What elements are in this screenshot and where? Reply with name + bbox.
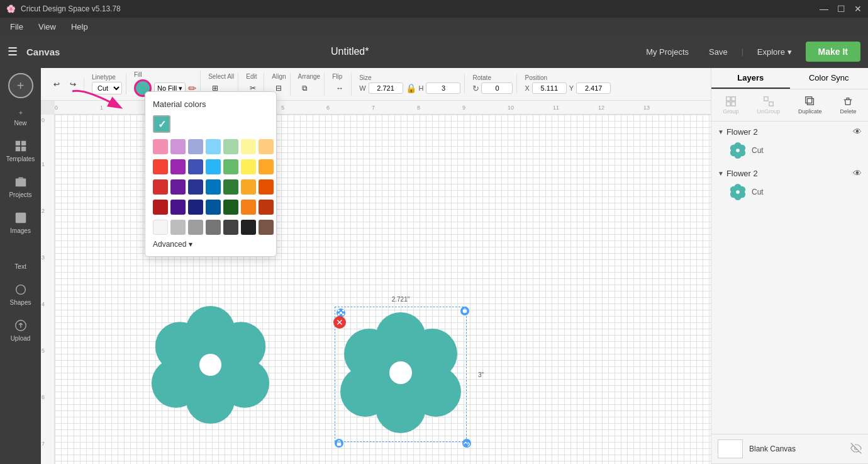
color-blue-darkest[interactable] (206, 200, 221, 215)
width-input[interactable]: 2.721 (369, 82, 403, 94)
make-it-btn[interactable]: Make It (806, 42, 860, 62)
menu-view[interactable]: View (36, 21, 58, 33)
x-input[interactable]: 5.111 (532, 82, 567, 94)
y-label: Y (569, 84, 574, 92)
undo-btn[interactable]: ↩ (50, 77, 64, 91)
blank-canvas-label: Blank Canvas (749, 444, 844, 453)
color-green-darkest[interactable] (223, 200, 238, 215)
lock-icon[interactable]: 🔒 (406, 83, 416, 93)
color-orange-dark[interactable] (259, 179, 274, 195)
sidebar-item-images[interactable]: Images (3, 206, 38, 239)
color-blue-light[interactable] (206, 139, 221, 154)
y-input[interactable]: 2.417 (576, 82, 611, 94)
menu-file[interactable]: File (8, 21, 26, 33)
my-projects-btn[interactable]: My Projects (640, 43, 695, 60)
width-label: W (359, 84, 365, 92)
rotate-input[interactable]: 0 (481, 82, 513, 94)
flower-2[interactable] (338, 310, 464, 438)
explore-btn[interactable]: Explore ▾ (751, 43, 798, 60)
selected-color-row: ✓ (153, 115, 269, 133)
layer-item-1[interactable]: Cut (714, 139, 865, 162)
sidebar-item-projects[interactable]: Projects (3, 170, 38, 203)
ruler-vmark-1: 1 (42, 161, 45, 167)
minimize-btn[interactable]: — (820, 4, 828, 14)
svg-rect-32 (807, 99, 813, 105)
visibility-toggle-1[interactable]: 👁 (853, 127, 862, 137)
advanced-row[interactable]: Advanced ▾ (153, 240, 269, 249)
svg-point-24 (389, 361, 412, 384)
save-btn[interactable]: Save (703, 43, 734, 60)
sidebar-item-text[interactable]: Text (3, 242, 38, 275)
layer-group-2-header[interactable]: ▼ Flower 2 👁 (714, 166, 865, 181)
new-icon: ＋ (18, 108, 24, 117)
tab-layers[interactable]: Layers (711, 68, 790, 89)
color-red-dark[interactable] (153, 179, 168, 195)
group-btn[interactable]: Group (719, 93, 742, 117)
color-gray-dark[interactable] (223, 220, 238, 235)
color-yellow-light[interactable] (241, 139, 256, 154)
sidebar-item-templates[interactable]: Templates (3, 134, 38, 167)
color-purple-darkest[interactable] (170, 200, 186, 215)
color-purple-dark[interactable] (170, 179, 186, 195)
flip-btn[interactable]: ↔ (332, 81, 347, 95)
color-deep-orange-dark[interactable] (259, 200, 274, 215)
left-sidebar: + ＋ New Templates Projects Images Text S… (0, 68, 41, 464)
color-indigo-darkest[interactable] (188, 200, 203, 215)
position-label: Position (525, 74, 547, 81)
color-purple-light[interactable] (170, 139, 186, 154)
tab-color-sync[interactable]: Color Sync (790, 68, 869, 89)
handle-resize[interactable] (462, 439, 471, 448)
linetype-group: Linetype Cut (88, 74, 126, 94)
close-btn[interactable]: ✕ (854, 4, 862, 14)
sidebar-item-upload[interactable]: Upload (3, 314, 38, 347)
linetype-select[interactable]: Cut (92, 82, 122, 94)
handle-rotate[interactable] (460, 307, 469, 315)
menu-help[interactable]: Help (69, 21, 91, 33)
text-icon (14, 247, 28, 261)
delete-selection-btn[interactable]: ✕ (333, 316, 346, 329)
delete-btn[interactable]: Delete (836, 93, 860, 117)
arrange-btn[interactable]: ⧉ (298, 81, 311, 95)
selected-color-swatch[interactable]: ✓ (153, 115, 170, 133)
color-amber-dark[interactable] (241, 200, 256, 215)
ruler-mark-6: 6 (326, 105, 330, 111)
visibility-toggle-2[interactable]: 👁 (853, 168, 862, 178)
layer-item-2[interactable]: Cut (714, 181, 865, 203)
color-green-dark[interactable] (223, 179, 238, 195)
sidebar-item-new[interactable]: ＋ New (3, 103, 38, 132)
color-gray-medium[interactable] (206, 220, 221, 235)
color-orange-light[interactable] (259, 139, 274, 154)
handle-lock[interactable] (335, 439, 343, 448)
color-red-darkest[interactable] (153, 200, 168, 215)
sidebar-item-shapes[interactable]: Shapes (3, 278, 38, 311)
color-pink-light[interactable] (153, 139, 168, 154)
maximize-btn[interactable]: ☐ (837, 4, 845, 14)
color-white[interactable] (153, 220, 168, 235)
color-gray-light[interactable] (170, 220, 186, 235)
height-input[interactable]: 3 (426, 82, 460, 94)
color-blue-dark[interactable] (206, 179, 221, 195)
hamburger-menu[interactable]: ☰ (8, 45, 18, 59)
layer-group-1-header[interactable]: ▼ Flower 2 👁 (714, 124, 865, 139)
color-green[interactable] (223, 159, 238, 174)
new-button[interactable]: + (8, 73, 33, 98)
color-red[interactable] (153, 159, 168, 174)
color-indigo-light[interactable] (188, 139, 203, 154)
ruler-mark-10: 10 (508, 105, 514, 111)
hide-canvas-btn[interactable] (850, 443, 862, 456)
ungroup-btn[interactable]: UnGroup (753, 93, 784, 117)
color-gray[interactable] (188, 220, 203, 235)
color-green-light[interactable] (223, 139, 238, 154)
color-indigo-dark[interactable] (188, 179, 203, 195)
color-orange[interactable] (259, 159, 274, 174)
duplicate-btn[interactable]: Duplicate (794, 93, 826, 117)
color-brown[interactable] (259, 220, 274, 235)
color-purple[interactable] (170, 159, 186, 174)
color-yellow-dark[interactable] (241, 179, 256, 195)
color-indigo[interactable] (188, 159, 203, 174)
redo-btn[interactable]: ↪ (66, 77, 80, 91)
color-blue[interactable] (206, 159, 221, 174)
color-black[interactable] (241, 220, 256, 235)
flower-1[interactable] (149, 303, 272, 428)
color-yellow[interactable] (241, 159, 256, 174)
